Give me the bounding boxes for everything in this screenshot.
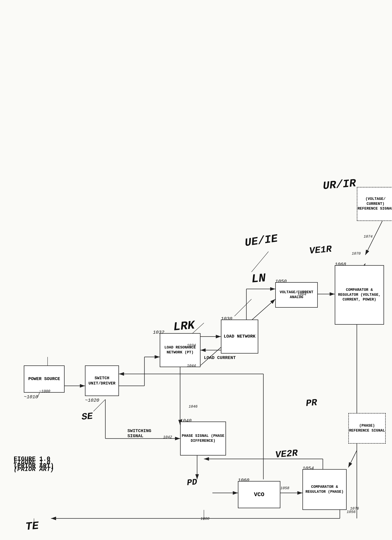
load-resonance-block: LOAD RESONANCE NETWORK (PT): [160, 333, 200, 367]
diagram-svg: [0, 0, 392, 540]
figure-label: FIGURE 1.0 (PRIOR ART): [14, 455, 54, 470]
phase-ref-block: (PHASE) REFERENCE SIGNAL: [348, 413, 386, 444]
ref-1032: 1032: [153, 330, 164, 335]
comparator-voltage-block: COMPARATOR & REGULATOR (VOLTAGE, CURRENT…: [335, 265, 384, 325]
ref-1046: 1046: [189, 405, 198, 409]
switching-signal-label: SWITCHINGSIGNAL: [127, 428, 151, 439]
lrk-label: LRK: [173, 319, 195, 334]
load-network-block: LOAD NETWORK: [221, 320, 258, 354]
switch-unit-block: SWITCH UNIT/DRIVER: [85, 365, 119, 396]
svg-line-30: [252, 252, 268, 272]
ur-ir-label: UR/IR: [322, 177, 357, 193]
te-label: TE: [25, 520, 39, 533]
ue-ie-label: UE/IE: [244, 232, 278, 249]
power-source-block: POWER SOURCE: [24, 365, 65, 393]
ref-1020: ~1020: [85, 398, 99, 403]
ref-1034: 1034: [187, 343, 196, 348]
ref-1062: 1064: [297, 292, 306, 297]
ln-label: LN: [251, 271, 266, 286]
ref-1010: ~1010: [24, 394, 38, 400]
ref-1000: ~1000: [39, 389, 50, 394]
comparator-phase-block: COMPARATOR & REGULATOR (PHASE): [303, 469, 347, 510]
ref-1040: 1040: [180, 418, 192, 423]
ref-1076: 1076: [350, 506, 359, 511]
voltage-ref-block: (VOLTAGE/ CURRENT) REFERENCE SIGNAL: [357, 187, 392, 221]
ref-1030: 1030: [221, 316, 232, 321]
pd-label: PD: [187, 477, 198, 488]
ve1r-label: VE1R: [309, 244, 332, 256]
ref-1042: 1042: [163, 435, 172, 439]
voltage-current-block: VOLTAGE/CURRENT ANALOG: [275, 282, 318, 308]
pr-label: PR: [305, 397, 318, 409]
ref-1074: 1074: [364, 235, 373, 239]
page: FIGURE 1.0 (PRIOR ART): [0, 0, 392, 540]
ref-1044: 1044: [187, 364, 196, 368]
svg-line-31: [234, 299, 252, 316]
se-label: SE: [81, 411, 93, 423]
ref-1050: 1050: [275, 279, 287, 284]
ref-1068: 1068: [335, 262, 346, 267]
ref-1058: 1058: [280, 486, 289, 490]
ref-1070: 1070: [352, 252, 361, 256]
load-current-label: LOAD CURRENT: [204, 355, 236, 360]
ref-1054: 1054: [303, 466, 314, 471]
ref-1060: 1060: [238, 478, 249, 483]
phase-signal-block: PHASE SIGNAL (PHASE DIFFERENCE): [180, 421, 226, 455]
vco-block: VCO: [238, 481, 280, 508]
ve2r-label: VE2R: [275, 448, 298, 460]
svg-line-22: [348, 450, 357, 467]
ref-1080: 1080: [200, 517, 209, 521]
